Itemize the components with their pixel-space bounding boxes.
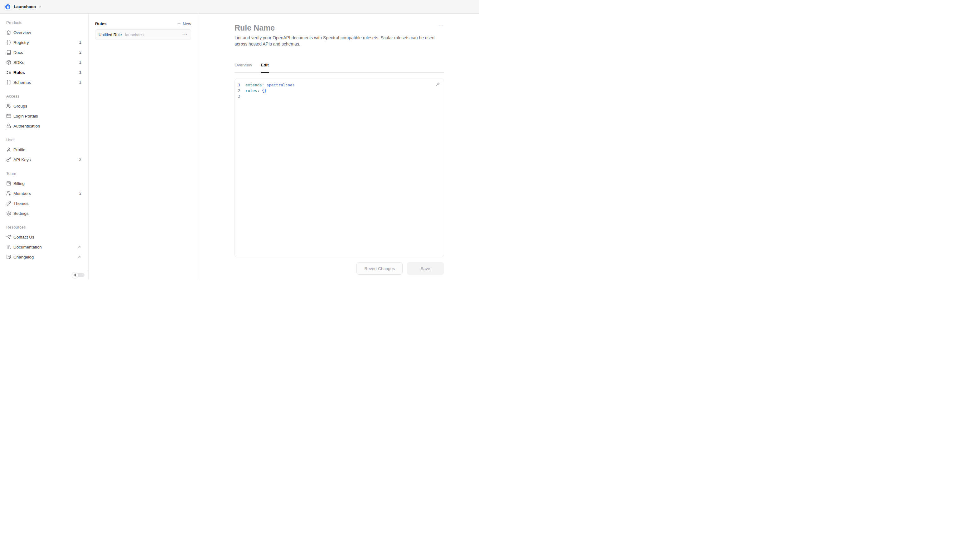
sidebar-item-profile[interactable]: Profile xyxy=(0,145,88,155)
library-icon xyxy=(6,244,11,249)
revert-changes-button[interactable]: Revert Changes xyxy=(357,262,403,275)
sidebar-item-label: Changelog xyxy=(13,255,34,259)
key-icon xyxy=(6,157,11,162)
tab-edit[interactable]: Edit xyxy=(261,63,269,73)
sidebar-item-count: 1 xyxy=(79,40,81,44)
sidebar-item-label: Registry xyxy=(13,40,29,45)
sidebar-item-contact-us[interactable]: Contact Us xyxy=(0,232,88,242)
sidebar-item-label: Overview xyxy=(13,30,31,35)
sidebar-item-groups[interactable]: Groups xyxy=(0,101,88,111)
list-checks-icon xyxy=(6,70,11,75)
plus-icon xyxy=(177,22,181,26)
new-rule-label: New xyxy=(183,22,191,26)
sidebar-item-count: 1 xyxy=(79,80,81,84)
sidebar-item-billing[interactable]: Billing xyxy=(0,178,88,188)
sidebar-item-label: Themes xyxy=(13,201,29,206)
sidebar-item-label: API Keys xyxy=(13,157,31,162)
main-panel: Rule Name ··· Lint and verify your OpenA… xyxy=(198,14,479,280)
wand-sparkles-icon[interactable] xyxy=(435,82,440,87)
rule-tabs: Overview Edit xyxy=(235,63,444,73)
topbar: Launchaco xyxy=(0,0,479,14)
users-icon xyxy=(6,191,11,196)
line-number: 1 xyxy=(235,82,246,88)
sidebar-item-settings[interactable]: Settings xyxy=(0,208,88,218)
settings-icon xyxy=(6,211,11,216)
rules-panel-title: Rules xyxy=(95,22,107,26)
braces-icon xyxy=(6,40,11,45)
sidebar-section-access: AccessGroupsLogin PortalsAuthentication xyxy=(0,91,88,131)
sidebar-item-overview[interactable]: Overview xyxy=(0,27,88,37)
sidebar-item-count: 1 xyxy=(79,70,81,75)
app-shell: ProductsOverviewRegistry1Docs2SDKs1Rules… xyxy=(0,14,479,280)
workspace-name: Launchaco xyxy=(14,4,36,9)
rule-item-title: Untitled Rule xyxy=(98,32,122,37)
sidebar-item-documentation[interactable]: Documentation xyxy=(0,242,88,252)
sidebar-item-login-portals[interactable]: Login Portals xyxy=(0,111,88,121)
user-icon xyxy=(6,147,11,152)
code-text: rules: {} xyxy=(246,88,266,94)
line-number: 2 xyxy=(235,88,246,94)
arrow-up-right-icon xyxy=(77,245,81,249)
sidebar-item-count: 1 xyxy=(79,60,81,65)
code-line: 1extends: spectral:oas xyxy=(235,82,444,88)
theme-toggle[interactable] xyxy=(72,272,84,278)
rule-item-menu-icon[interactable]: ··· xyxy=(182,33,188,36)
app-window-icon xyxy=(6,114,11,119)
save-button[interactable]: Save xyxy=(407,262,444,275)
sidebar-item-label: Docs xyxy=(13,50,23,55)
tab-overview[interactable]: Overview xyxy=(235,63,252,72)
brackets-icon xyxy=(6,80,11,85)
sidebar-section-label: Team xyxy=(0,168,88,178)
sidebar-item-label: Rules xyxy=(13,70,25,75)
sidebar-item-label: Schemas xyxy=(13,80,31,85)
sidebar-item-api-keys[interactable]: API Keys2 xyxy=(0,155,88,165)
sidebar-section-team: TeamBillingMembers2ThemesSettings xyxy=(0,168,88,218)
sidebar-item-themes[interactable]: Themes xyxy=(0,198,88,208)
sticky-note-icon xyxy=(6,254,11,259)
sidebar-item-count: 2 xyxy=(79,50,81,55)
code-editor[interactable]: 1extends: spectral:oas2rules: {}3 xyxy=(235,79,444,257)
sidebar-item-label: Groups xyxy=(13,104,27,108)
code-text: extends: spectral:oas xyxy=(246,82,295,88)
sidebar-item-schemas[interactable]: Schemas1 xyxy=(0,77,88,87)
sidebar-item-count: 2 xyxy=(79,191,81,195)
sidebar-item-members[interactable]: Members2 xyxy=(0,188,88,198)
rule-detail: Rule Name ··· Lint and verify your OpenA… xyxy=(235,23,444,275)
rules-panel-header: Rules New xyxy=(95,19,191,29)
wallet-icon xyxy=(6,181,11,186)
sidebar-section-resources: ResourcesContact UsDocumentationChangelo… xyxy=(0,222,88,262)
sidebar-item-registry[interactable]: Registry1 xyxy=(0,37,88,48)
sidebar-item-changelog[interactable]: Changelog xyxy=(0,252,88,262)
rule-menu-icon[interactable]: ··· xyxy=(438,24,444,27)
sidebar-item-sdks[interactable]: SDKs1 xyxy=(0,57,88,67)
sidebar-item-label: Profile xyxy=(13,148,25,152)
sidebar-section-user: UserProfileAPI Keys2 xyxy=(0,135,88,165)
send-icon xyxy=(6,235,11,240)
new-rule-button[interactable]: New xyxy=(177,22,191,26)
arrow-up-right-icon xyxy=(77,255,81,259)
sidebar-section-label: Resources xyxy=(0,222,88,232)
rule-header: Rule Name ··· xyxy=(235,23,444,32)
sidebar-item-authentication[interactable]: Authentication xyxy=(0,121,88,131)
sidebar-item-label: Contact Us xyxy=(13,235,34,240)
home-icon xyxy=(6,30,11,35)
chevron-down-icon xyxy=(38,5,42,9)
line-number: 3 xyxy=(235,94,246,99)
sidebar-item-rules[interactable]: Rules1 xyxy=(0,67,88,77)
workspace-switcher[interactable]: Launchaco xyxy=(4,3,42,10)
sidebar-item-label: Members xyxy=(13,191,31,196)
book-icon xyxy=(6,50,11,55)
lock-icon xyxy=(6,124,11,128)
rules-list-panel: Rules New Untitled Rule launchaco ··· xyxy=(89,14,198,280)
sidebar-item-count: 2 xyxy=(79,157,81,162)
rule-name-title: Rule Name xyxy=(235,23,275,32)
editor-actions: Revert Changes Save xyxy=(235,262,444,275)
sidebar-section-products: ProductsOverviewRegistry1Docs2SDKs1Rules… xyxy=(0,17,88,87)
rule-item-workspace: launchaco xyxy=(125,32,143,37)
sidebar-item-docs[interactable]: Docs2 xyxy=(0,48,88,57)
sidebar-item-label: Authentication xyxy=(13,124,40,128)
sidebar-item-label: Settings xyxy=(13,211,29,216)
sidebar-sections: ProductsOverviewRegistry1Docs2SDKs1Rules… xyxy=(0,17,88,262)
rule-list-item[interactable]: Untitled Rule launchaco ··· xyxy=(95,29,191,40)
sidebar-item-label: Billing xyxy=(13,181,25,186)
